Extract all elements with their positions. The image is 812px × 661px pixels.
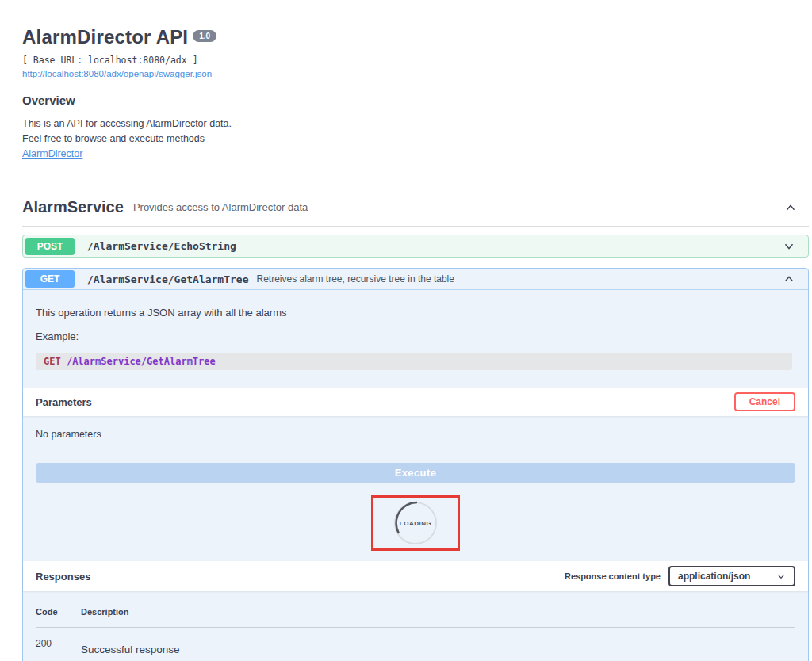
tag-description: Provides access to AlarmDirector data bbox=[133, 201, 308, 213]
chevron-up-icon[interactable] bbox=[782, 272, 796, 286]
loading-row: LOADING bbox=[23, 495, 808, 551]
responses-title: Responses bbox=[36, 571, 90, 583]
opblock-body: This operation returns a JSON array with… bbox=[23, 290, 808, 661]
opblock-summary-post[interactable]: POST /AlarmService/EchoString bbox=[23, 235, 808, 257]
red-annotation-box: LOADING bbox=[371, 495, 460, 551]
operation-description: This operation returns a JSON array with… bbox=[36, 307, 792, 319]
example-label: Example: bbox=[36, 330, 792, 342]
api-info-section: AlarmDirector API1.0 [ Base URL: localho… bbox=[22, 0, 809, 161]
get-method-badge: GET bbox=[25, 270, 75, 288]
execute-wrapper: Execute bbox=[23, 445, 808, 483]
parameters-header: Parameters Cancel bbox=[23, 388, 808, 416]
tag-name: AlarmService bbox=[22, 198, 124, 216]
description-column-header: Description bbox=[81, 607, 795, 617]
example-code-method: GET bbox=[44, 356, 61, 367]
response-description: Successful response bbox=[81, 644, 795, 655]
code-column-header: Code bbox=[36, 607, 81, 617]
chevron-up-icon[interactable] bbox=[783, 201, 798, 215]
api-title: AlarmDirector API bbox=[22, 26, 188, 48]
responses-table-header: Code Description bbox=[36, 607, 795, 628]
overview-heading: Overview bbox=[22, 94, 809, 107]
example-code-path: /AlarmService/GetAlarmTree bbox=[67, 356, 216, 367]
get-summary-text: Retreives alarm tree, recursive tree in … bbox=[257, 273, 454, 285]
response-code: 200 bbox=[36, 638, 81, 661]
parameters-title: Parameters bbox=[36, 396, 92, 408]
api-description-line1: This is an API for accessing AlarmDirect… bbox=[22, 117, 809, 132]
post-path: /AlarmService/EchoString bbox=[87, 240, 236, 252]
response-content-type-value: application/json bbox=[678, 571, 750, 582]
spec-link[interactable]: http://localhost:8080/adx/openapi/swagge… bbox=[22, 69, 212, 78]
chevron-down-icon bbox=[776, 571, 786, 581]
response-row-200: 200 Successful response Example Value Mo… bbox=[36, 628, 795, 661]
responses-body: Code Description 200 Successful response… bbox=[23, 591, 808, 661]
response-content-type-select[interactable]: application/json bbox=[668, 566, 795, 586]
no-parameters-text: No parameters bbox=[23, 416, 808, 445]
get-path: /AlarmService/GetAlarmTree bbox=[87, 273, 249, 285]
opblock-summary-get[interactable]: GET /AlarmService/GetAlarmTree Retreives… bbox=[23, 269, 808, 290]
api-description: This is an API for accessing AlarmDirect… bbox=[22, 117, 809, 161]
api-description-line2: Feel free to browse and execute methods bbox=[22, 132, 809, 147]
page-title: AlarmDirector API1.0 bbox=[22, 26, 809, 48]
execute-button[interactable]: Execute bbox=[36, 463, 795, 483]
opblock-post-echostring: POST /AlarmService/EchoString bbox=[22, 235, 809, 258]
opblock-get-getalarmtree: GET /AlarmService/GetAlarmTree Retreives… bbox=[22, 268, 809, 661]
chevron-down-icon[interactable] bbox=[782, 239, 796, 254]
responses-header: Responses Response content type applicat… bbox=[23, 561, 808, 591]
post-method-badge: POST bbox=[25, 238, 75, 255]
version-badge: 1.0 bbox=[193, 30, 216, 42]
operation-description-block: This operation returns a JSON array with… bbox=[23, 290, 808, 370]
loading-spinner: LOADING bbox=[393, 501, 438, 545]
alarmdirector-link[interactable]: AlarmDirector bbox=[22, 148, 82, 159]
tag-section-header[interactable]: AlarmService Provides access to AlarmDir… bbox=[22, 198, 809, 227]
base-url: [ Base URL: localhost:8080/adx ] bbox=[22, 55, 809, 66]
response-content-type-label: Response content type bbox=[565, 571, 661, 581]
loading-label: LOADING bbox=[400, 520, 431, 527]
response-content-type-wrap: Response content type application/json bbox=[565, 566, 795, 586]
response-description-cell: Successful response Example Value Model … bbox=[81, 638, 795, 661]
cancel-button[interactable]: Cancel bbox=[734, 392, 795, 411]
example-code-block: GET /AlarmService/GetAlarmTree bbox=[36, 353, 792, 370]
swagger-ui-page: AlarmDirector API1.0 [ Base URL: localho… bbox=[22, 0, 809, 661]
